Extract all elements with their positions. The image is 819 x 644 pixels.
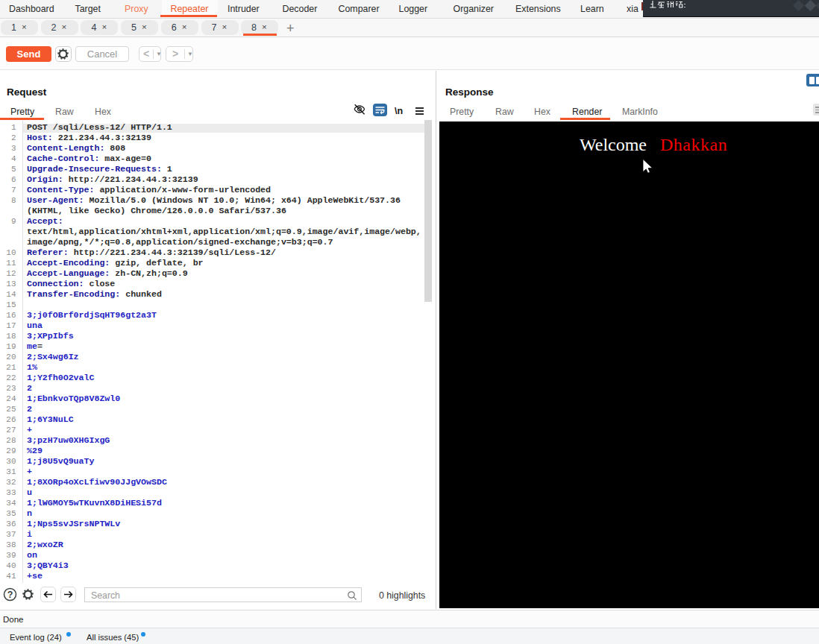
svg-text:\n: \n (395, 106, 403, 116)
svg-text:?: ? (7, 590, 13, 600)
